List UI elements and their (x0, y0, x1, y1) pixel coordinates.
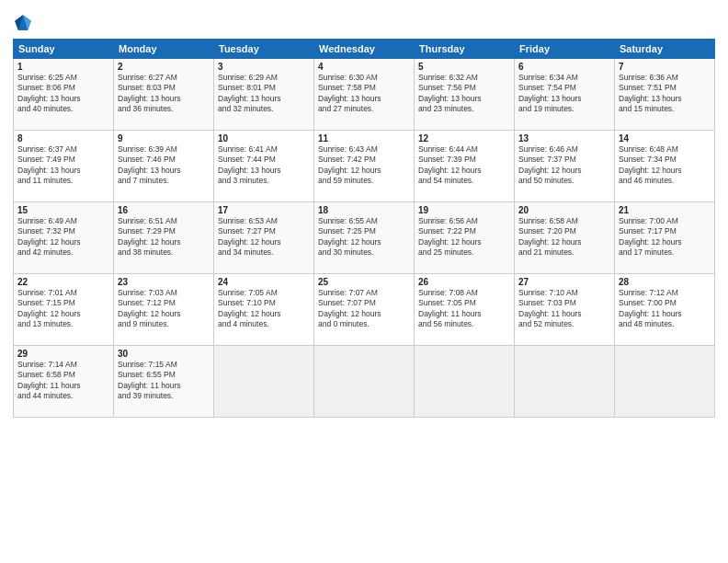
calendar-week-5: 29Sunrise: 7:14 AM Sunset: 6:58 PM Dayli… (14, 346, 715, 418)
day-info: Sunrise: 6:51 AM Sunset: 7:29 PM Dayligh… (118, 216, 210, 259)
calendar-header-row: SundayMondayTuesdayWednesdayThursdayFrid… (14, 40, 715, 59)
calendar-cell: 8Sunrise: 6:37 AM Sunset: 7:49 PM Daylig… (14, 131, 114, 202)
day-info: Sunrise: 7:14 AM Sunset: 6:58 PM Dayligh… (17, 360, 109, 402)
calendar: SundayMondayTuesdayWednesdayThursdayFrid… (13, 39, 715, 418)
calendar-cell: 28Sunrise: 7:12 AM Sunset: 7:00 PM Dayli… (615, 274, 715, 346)
day-info: Sunrise: 6:56 AM Sunset: 7:22 PM Dayligh… (418, 216, 510, 259)
column-header-wednesday: Wednesday (314, 40, 415, 59)
day-info: Sunrise: 7:05 AM Sunset: 7:10 PM Dayligh… (218, 288, 310, 330)
day-info: Sunrise: 6:32 AM Sunset: 7:56 PM Dayligh… (418, 73, 510, 115)
day-number: 24 (218, 277, 310, 287)
day-number: 27 (518, 277, 610, 287)
day-number: 17 (218, 205, 310, 215)
calendar-cell: 29Sunrise: 7:14 AM Sunset: 6:58 PM Dayli… (14, 346, 114, 418)
day-number: 15 (17, 205, 109, 215)
day-info: Sunrise: 7:08 AM Sunset: 7:05 PM Dayligh… (418, 288, 510, 330)
day-number: 23 (118, 277, 210, 287)
column-header-saturday: Saturday (615, 40, 715, 59)
column-header-sunday: Sunday (14, 40, 114, 59)
calendar-cell: 11Sunrise: 6:43 AM Sunset: 7:42 PM Dayli… (314, 131, 415, 202)
day-info: Sunrise: 6:43 AM Sunset: 7:42 PM Dayligh… (318, 144, 410, 187)
day-number: 5 (418, 62, 510, 72)
day-number: 28 (619, 277, 711, 287)
calendar-cell: 13Sunrise: 6:46 AM Sunset: 7:37 PM Dayli… (515, 131, 615, 202)
day-number: 10 (218, 133, 310, 144)
day-number: 22 (17, 277, 109, 287)
day-number: 9 (118, 133, 210, 144)
day-number: 6 (518, 62, 610, 72)
day-number: 25 (318, 277, 410, 287)
calendar-cell: 22Sunrise: 7:01 AM Sunset: 7:15 PM Dayli… (14, 274, 114, 346)
column-header-friday: Friday (515, 40, 615, 59)
header (13, 9, 715, 33)
day-info: Sunrise: 7:15 AM Sunset: 6:55 PM Dayligh… (118, 360, 210, 402)
calendar-cell: 1Sunrise: 6:25 AM Sunset: 8:06 PM Daylig… (14, 59, 114, 131)
calendar-cell: 9Sunrise: 6:39 AM Sunset: 7:46 PM Daylig… (114, 131, 214, 202)
calendar-cell: 5Sunrise: 6:32 AM Sunset: 7:56 PM Daylig… (415, 59, 515, 131)
calendar-cell: 2Sunrise: 6:27 AM Sunset: 8:03 PM Daylig… (114, 59, 214, 131)
day-info: Sunrise: 6:58 AM Sunset: 7:20 PM Dayligh… (518, 216, 610, 259)
day-number: 13 (518, 133, 610, 144)
column-header-tuesday: Tuesday (214, 40, 314, 59)
calendar-cell: 30Sunrise: 7:15 AM Sunset: 6:55 PM Dayli… (114, 346, 214, 418)
day-info: Sunrise: 6:36 AM Sunset: 7:51 PM Dayligh… (619, 73, 711, 115)
day-info: Sunrise: 7:00 AM Sunset: 7:17 PM Dayligh… (619, 216, 711, 259)
day-info: Sunrise: 7:07 AM Sunset: 7:07 PM Dayligh… (318, 288, 410, 330)
logo (13, 13, 37, 33)
day-number: 2 (118, 62, 210, 72)
calendar-cell: 16Sunrise: 6:51 AM Sunset: 7:29 PM Dayli… (114, 202, 214, 274)
day-info: Sunrise: 6:30 AM Sunset: 7:58 PM Dayligh… (318, 73, 410, 115)
calendar-cell: 12Sunrise: 6:44 AM Sunset: 7:39 PM Dayli… (415, 131, 515, 202)
calendar-cell: 4Sunrise: 6:30 AM Sunset: 7:58 PM Daylig… (314, 59, 415, 131)
calendar-cell (415, 346, 515, 418)
day-number: 1 (17, 62, 109, 72)
day-number: 14 (619, 133, 711, 144)
day-number: 21 (619, 205, 711, 215)
calendar-week-1: 1Sunrise: 6:25 AM Sunset: 8:06 PM Daylig… (14, 59, 715, 131)
calendar-week-3: 15Sunrise: 6:49 AM Sunset: 7:32 PM Dayli… (14, 202, 715, 274)
day-number: 30 (118, 349, 210, 359)
calendar-cell: 19Sunrise: 6:56 AM Sunset: 7:22 PM Dayli… (415, 202, 515, 274)
calendar-week-4: 22Sunrise: 7:01 AM Sunset: 7:15 PM Dayli… (14, 274, 715, 346)
day-number: 29 (17, 349, 109, 359)
calendar-cell: 24Sunrise: 7:05 AM Sunset: 7:10 PM Dayli… (214, 274, 314, 346)
calendar-cell: 6Sunrise: 6:34 AM Sunset: 7:54 PM Daylig… (515, 59, 615, 131)
calendar-cell: 20Sunrise: 6:58 AM Sunset: 7:20 PM Dayli… (515, 202, 615, 274)
calendar-cell (214, 346, 314, 418)
day-info: Sunrise: 7:10 AM Sunset: 7:03 PM Dayligh… (518, 288, 610, 330)
day-number: 19 (418, 205, 510, 215)
day-number: 3 (218, 62, 310, 72)
day-number: 26 (418, 277, 510, 287)
day-info: Sunrise: 7:12 AM Sunset: 7:00 PM Dayligh… (619, 288, 711, 330)
calendar-cell: 26Sunrise: 7:08 AM Sunset: 7:05 PM Dayli… (415, 274, 515, 346)
day-number: 11 (318, 133, 410, 144)
calendar-cell (615, 346, 715, 418)
day-info: Sunrise: 7:03 AM Sunset: 7:12 PM Dayligh… (118, 288, 210, 330)
day-info: Sunrise: 6:44 AM Sunset: 7:39 PM Dayligh… (418, 144, 510, 187)
column-header-thursday: Thursday (415, 40, 515, 59)
calendar-cell (515, 346, 615, 418)
day-info: Sunrise: 6:39 AM Sunset: 7:46 PM Dayligh… (118, 144, 210, 187)
day-info: Sunrise: 7:01 AM Sunset: 7:15 PM Dayligh… (17, 288, 109, 330)
calendar-body: 1Sunrise: 6:25 AM Sunset: 8:06 PM Daylig… (14, 59, 715, 418)
day-info: Sunrise: 6:27 AM Sunset: 8:03 PM Dayligh… (118, 73, 210, 115)
calendar-cell: 23Sunrise: 7:03 AM Sunset: 7:12 PM Dayli… (114, 274, 214, 346)
calendar-cell: 3Sunrise: 6:29 AM Sunset: 8:01 PM Daylig… (214, 59, 314, 131)
day-number: 18 (318, 205, 410, 215)
calendar-cell: 25Sunrise: 7:07 AM Sunset: 7:07 PM Dayli… (314, 274, 415, 346)
day-info: Sunrise: 6:49 AM Sunset: 7:32 PM Dayligh… (17, 216, 109, 259)
calendar-cell: 17Sunrise: 6:53 AM Sunset: 7:27 PM Dayli… (214, 202, 314, 274)
calendar-cell: 14Sunrise: 6:48 AM Sunset: 7:34 PM Dayli… (615, 131, 715, 202)
day-number: 8 (17, 133, 109, 144)
day-info: Sunrise: 6:25 AM Sunset: 8:06 PM Dayligh… (17, 73, 109, 115)
calendar-cell: 15Sunrise: 6:49 AM Sunset: 7:32 PM Dayli… (14, 202, 114, 274)
calendar-cell: 10Sunrise: 6:41 AM Sunset: 7:44 PM Dayli… (214, 131, 314, 202)
day-number: 4 (318, 62, 410, 72)
day-info: Sunrise: 6:55 AM Sunset: 7:25 PM Dayligh… (318, 216, 410, 259)
calendar-cell: 18Sunrise: 6:55 AM Sunset: 7:25 PM Dayli… (314, 202, 415, 274)
day-info: Sunrise: 6:53 AM Sunset: 7:27 PM Dayligh… (218, 216, 310, 259)
day-number: 20 (518, 205, 610, 215)
day-number: 7 (619, 62, 711, 72)
day-info: Sunrise: 6:46 AM Sunset: 7:37 PM Dayligh… (518, 144, 610, 187)
logo-icon (13, 13, 33, 33)
